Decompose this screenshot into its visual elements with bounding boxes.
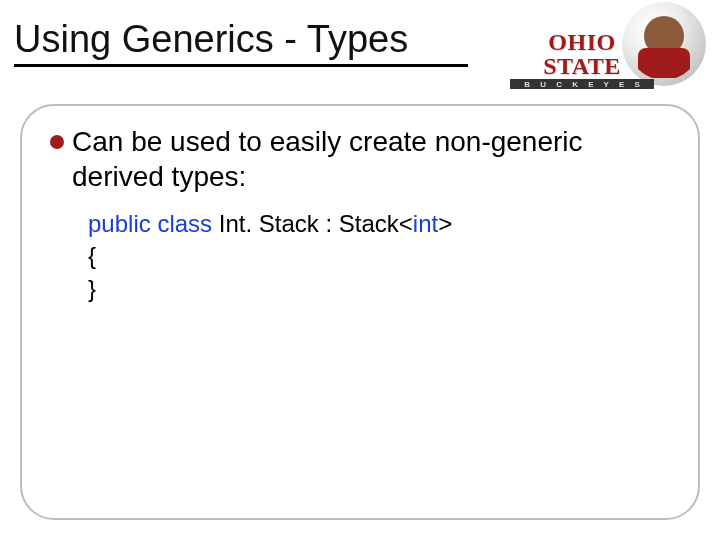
bullet-text: Can be used to easily create non-generic… bbox=[72, 124, 670, 194]
code-block: public class Int. Stack : Stack<int> { } bbox=[88, 208, 670, 305]
code-line-3: } bbox=[88, 273, 670, 305]
code-line-2: { bbox=[88, 240, 670, 272]
slide: Using Generics - Types OHIO STATE B U C … bbox=[0, 0, 720, 540]
slide-title: Using Generics - Types bbox=[14, 18, 408, 61]
kw-class: class bbox=[157, 210, 212, 237]
title-underline bbox=[14, 64, 468, 67]
content-box: Can be used to easily create non-generic… bbox=[20, 104, 700, 520]
kw-int: int bbox=[413, 210, 438, 237]
logo: OHIO STATE B U C K E Y E S bbox=[510, 2, 706, 88]
kw-public: public bbox=[88, 210, 151, 237]
code-line-1: public class Int. Stack : Stack<int> bbox=[88, 208, 670, 240]
logo-text-main: OHIO STATE bbox=[510, 30, 654, 78]
logo-wordmark: OHIO STATE B U C K E Y E S bbox=[510, 30, 654, 89]
code-end-angle: > bbox=[438, 210, 452, 237]
logo-text-sub: B U C K E Y E S bbox=[510, 79, 654, 89]
code-plain-1: Int. Stack : Stack< bbox=[219, 210, 413, 237]
bullet-icon bbox=[50, 135, 64, 149]
bullet-item: Can be used to easily create non-generic… bbox=[50, 124, 670, 194]
title-area: Using Generics - Types OHIO STATE B U C … bbox=[0, 0, 720, 90]
